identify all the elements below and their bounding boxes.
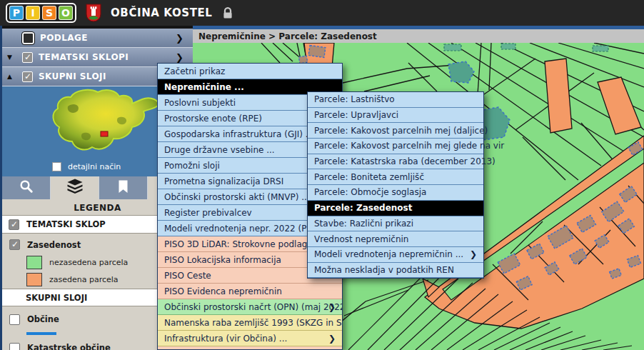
detail-mode-label: detajlni način — [68, 162, 121, 171]
menu-item[interactable]: Namenska raba zemljišč 1993 (SKZG in SDG… — [158, 315, 342, 331]
legend-color-swatch — [26, 256, 42, 269]
menu-item[interactable]: PISO Evidenca nepremičnin — [158, 284, 342, 299]
piso-logo-letter: S — [42, 6, 56, 20]
municipality-terrain-thumbnail — [32, 86, 165, 159]
submenu-item[interactable]: Vrednost nepremičnin — [308, 231, 483, 247]
layer-line-swatch — [26, 332, 56, 335]
submenu-item[interactable]: Parcele: Katastrska raba (december 2013) — [308, 154, 483, 170]
legend-item-label: nezasedena parcela — [49, 258, 128, 267]
detail-mode-row: detajlni način — [52, 162, 121, 171]
search-icon — [19, 179, 34, 197]
piso-logo-letter: O — [59, 6, 73, 20]
piso-logo-letter: P — [9, 6, 24, 20]
panel-label: TEMATSKI SKLOPI — [39, 52, 129, 62]
shared-layer-checkbox[interactable] — [9, 343, 20, 350]
submenu-item[interactable]: Parcele: Kakovost parcelnih mej (daljice… — [308, 123, 483, 139]
piso-logo[interactable]: PISO — [6, 3, 76, 23]
submenu-item[interactable]: Parcele: Boniteta zemljišč — [308, 169, 483, 185]
submenu-item[interactable]: Modeli vrednotenja nepremičnin ... — [308, 247, 483, 263]
tab-layers[interactable] — [51, 176, 99, 199]
thematic-section-label: TEMATSKI SKLOP — [26, 219, 106, 229]
shared-layer-checkbox[interactable] — [9, 314, 20, 325]
chevron-right-icon[interactable]: ❯ — [176, 33, 183, 44]
submenu-item[interactable]: Parcele: Upravljavci — [308, 108, 483, 124]
submenu-item[interactable]: Parcele: Lastništvo — [308, 92, 483, 108]
shared-layer-label: Katastrske občine — [27, 343, 111, 350]
thematic-section-checkbox[interactable] — [9, 219, 19, 230]
legend-color-swatch — [26, 273, 42, 286]
chevron-right-icon[interactable]: ❯ — [176, 52, 183, 63]
layers-icon — [66, 179, 84, 197]
expand-arrow-icon[interactable] — [7, 54, 16, 61]
municipality-crest-icon — [86, 4, 101, 23]
municipality-title: OBČINA KOSTEL — [111, 6, 213, 19]
panel-label: SKUPNI SLOJI — [39, 71, 106, 81]
piso-app: PISO OBČINA KOSTEL — [0, 0, 644, 350]
submenu-item[interactable]: Parcele: Območje soglasja — [308, 185, 483, 201]
shared-layer-label: Občine — [27, 314, 59, 324]
panel-checkbox[interactable] — [22, 71, 33, 82]
current-extent-marker — [101, 131, 108, 136]
nepremicnine-submenu: Parcele: Lastništvo Parcele: Upravljavci… — [307, 91, 484, 279]
menu-item[interactable]: Občinski prostorski načrt (OPN) (maj 202… — [158, 299, 342, 315]
submenu-item[interactable]: Možna neskladja v podatkih REN — [308, 263, 483, 279]
submenu-item[interactable]: Stavbe: Različni prikazi — [308, 216, 483, 232]
tab-bookmarks[interactable] — [99, 176, 148, 199]
menu-item[interactable]: Začetni prikaz — [158, 64, 342, 79]
tab-search[interactable] — [2, 176, 51, 199]
legend-group-label: Zasedenost — [27, 240, 81, 250]
panel-checkbox[interactable] — [22, 32, 34, 44]
app-header: PISO OBČINA KOSTEL — [0, 0, 644, 26]
piso-logo-letter: I — [26, 6, 40, 20]
bookmark-icon — [118, 180, 129, 196]
lock-icon[interactable] — [222, 6, 233, 19]
panel-label: PODLAGE — [40, 33, 88, 43]
breadcrumb: Nepremičnine > Parcele: Zasedenost — [193, 29, 644, 43]
legend-group-checkbox[interactable] — [9, 239, 20, 250]
menu-item[interactable] — [158, 346, 342, 350]
accordion-panel[interactable]: PODLAGE ❯ — [2, 29, 193, 48]
legend-item-label: zasedena parcela — [49, 275, 119, 284]
submenu-item[interactable]: Parcele: Kakovost parcelnih mej glede na… — [308, 139, 483, 154]
submenu-item[interactable]: Parcele: Zasedenost — [308, 201, 483, 216]
expand-arrow-icon[interactable] — [7, 73, 16, 80]
panel-checkbox[interactable] — [22, 52, 33, 63]
detail-mode-checkbox[interactable] — [52, 162, 61, 171]
menu-item[interactable]: Infrastruktura (vir Občina) ... — [158, 331, 342, 346]
